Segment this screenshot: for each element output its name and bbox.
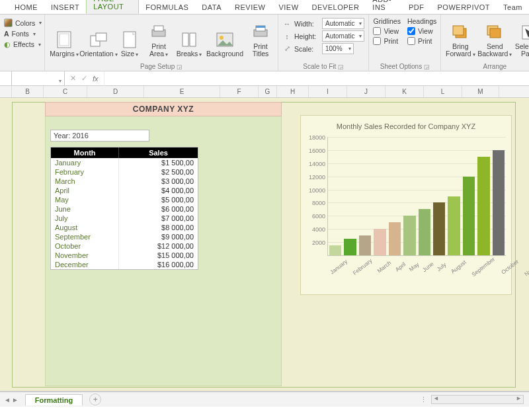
gridlines-print-checkbox[interactable]: Print (373, 37, 400, 45)
ribbon-tab-pdf[interactable]: PDF (402, 1, 431, 14)
headings-print-checkbox[interactable]: Print (407, 37, 436, 45)
headings-label: Headings (407, 17, 436, 25)
print-titles-button[interactable]: Print Titles (247, 16, 274, 58)
enter-icon[interactable]: ✓ (81, 74, 87, 83)
bar[interactable] (463, 177, 475, 255)
sales-cell: $1 500,00 (119, 158, 198, 167)
column-header-H[interactable]: H (277, 86, 309, 97)
sheet-tab-formatting[interactable]: Formatting (25, 394, 83, 405)
colors-button[interactable]: Colors▾ (4, 19, 42, 27)
formula-input[interactable] (104, 71, 529, 86)
table-row[interactable]: March$3 000,00 (51, 177, 198, 186)
bar[interactable] (477, 157, 489, 255)
column-header-F[interactable]: F (220, 86, 259, 97)
bar[interactable] (403, 216, 415, 255)
sales-cell: $2 500,00 (119, 167, 198, 177)
width-combo[interactable]: Automatic (322, 18, 364, 29)
chart-plot: 2000400060008000100001200014000160001800… (327, 137, 506, 256)
fonts-button[interactable]: AFonts▾ (4, 30, 36, 38)
ribbon-tab-review[interactable]: REVIEW (228, 1, 272, 14)
worksheet-area[interactable]: COMPANY XYZ Year: 2016 Month Sales Janua… (0, 98, 529, 392)
gridlines-view-checkbox[interactable]: View (373, 27, 400, 35)
column-headers[interactable]: BCDEFGHIJKLM (0, 86, 529, 98)
scale-dialog-launcher[interactable]: ◲ (338, 63, 344, 70)
bar[interactable] (344, 239, 356, 255)
size-button[interactable]: Size▾ (118, 16, 142, 58)
table-row[interactable]: January$1 500,00 (51, 158, 198, 167)
table-row[interactable]: November$15 000,00 (51, 251, 198, 260)
headings-view-checkbox[interactable]: View (407, 27, 436, 35)
horizontal-scrollbar[interactable] (431, 395, 524, 404)
table-row[interactable]: August$8 000,00 (51, 223, 198, 232)
column-header-D[interactable]: D (87, 86, 144, 97)
table-row[interactable]: December$16 000,00 (51, 260, 198, 269)
bar[interactable] (359, 235, 371, 255)
column-header-L[interactable]: L (424, 86, 462, 97)
bar[interactable] (419, 209, 430, 255)
ribbon-tab-add-ins[interactable]: ADD-INS (366, 0, 402, 14)
scale-combo[interactable]: 100% (322, 43, 354, 54)
x-tick: May (408, 261, 421, 273)
year-cell[interactable]: Year: 2016 (50, 130, 149, 142)
background-button[interactable]: Background (206, 16, 243, 58)
ribbon-tab-powerpivot[interactable]: POWERPIVOT (431, 1, 497, 14)
ribbon-tab-insert[interactable]: INSERT (44, 1, 86, 14)
print-area-button[interactable]: Print Area▾ (145, 16, 172, 58)
column-header-C[interactable]: C (44, 86, 87, 97)
sheet-options-dialog-launcher[interactable]: ◲ (424, 63, 430, 70)
selection-pane-button[interactable]: Selection Pane (514, 16, 529, 58)
x-tick: February (352, 257, 374, 276)
ribbon-tab-formulas[interactable]: FORMULAS (139, 1, 195, 14)
sales-table[interactable]: Month Sales January$1 500,00February$2 5… (50, 147, 198, 270)
breaks-button[interactable]: Breaks▾ (176, 16, 202, 58)
table-row[interactable]: February$2 500,00 (51, 167, 198, 177)
bar[interactable] (389, 222, 401, 255)
table-row[interactable]: July$7 000,00 (51, 214, 198, 223)
column-header-K[interactable]: K (386, 86, 424, 97)
tab-split-handle[interactable]: ⋮ (420, 396, 427, 404)
fx-icon[interactable]: fx (93, 75, 99, 83)
sales-cell: $7 000,00 (119, 214, 198, 223)
column-header-B[interactable]: B (12, 86, 44, 97)
ribbon: Colors▾ AFonts▾ ◐Effects▾ Margins▾ Orien… (0, 15, 529, 71)
y-tick: 6000 (312, 213, 325, 220)
bring-forward-button[interactable]: Bring Forward▾ (445, 16, 475, 58)
sales-cell: $3 000,00 (119, 177, 198, 186)
column-header-M[interactable]: M (462, 86, 499, 97)
column-header-I[interactable]: I (309, 86, 347, 97)
bar[interactable] (448, 196, 460, 256)
height-icon: ↕ (282, 32, 292, 40)
ribbon-tab-view[interactable]: VIEW (272, 1, 305, 14)
height-combo[interactable]: Automatic (322, 30, 364, 42)
new-sheet-button[interactable]: + (89, 394, 101, 405)
bar[interactable] (433, 202, 445, 255)
send-backward-button[interactable]: Send Backward▾ (479, 16, 510, 58)
sheet-tab-bar: ◄► Formatting + ⋮ (0, 392, 529, 407)
ribbon-tab-data[interactable]: DATA (195, 1, 228, 14)
cancel-icon[interactable]: ✕ (70, 74, 76, 83)
table-row[interactable]: April$4 000,00 (51, 186, 198, 195)
chart[interactable]: Monthly Sales Recorded for Company XYZ 2… (300, 115, 512, 295)
sheet-nav[interactable]: ◄► (0, 396, 22, 403)
bar[interactable] (329, 245, 341, 255)
column-header-J[interactable]: J (347, 86, 386, 97)
ribbon-tab-team[interactable]: Team (497, 1, 529, 14)
bar[interactable] (374, 229, 386, 255)
table-row[interactable]: May$5 000,00 (51, 195, 198, 204)
column-header-G[interactable]: G (259, 86, 277, 97)
svg-rect-17 (490, 28, 501, 38)
margins-button[interactable]: Margins▾ (49, 16, 79, 58)
ribbon-tab-home[interactable]: HOME (8, 1, 44, 14)
formula-bar: ✕ ✓ fx (0, 71, 529, 86)
ribbon-tab-page-layout[interactable]: PAGE LAYOUT (86, 0, 139, 14)
effects-button[interactable]: ◐Effects▾ (4, 40, 41, 48)
table-row[interactable]: June$6 000,00 (51, 204, 198, 214)
column-header-E[interactable]: E (144, 86, 220, 97)
page-setup-dialog-launcher[interactable]: ◲ (177, 63, 183, 70)
name-box[interactable] (12, 71, 65, 86)
ribbon-tab-developer[interactable]: DEVELOPER (305, 1, 366, 14)
table-row[interactable]: October$12 000,00 (51, 241, 198, 251)
orientation-button[interactable]: Orientation▾ (83, 16, 114, 58)
table-row[interactable]: September$9 000,00 (51, 232, 198, 241)
bar[interactable] (493, 150, 505, 255)
